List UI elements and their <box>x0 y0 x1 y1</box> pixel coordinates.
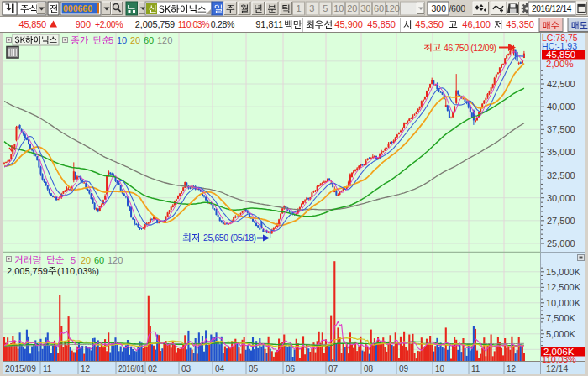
svg-text:45,350: 45,350 <box>415 19 444 29</box>
svg-text:32,500: 32,500 <box>547 170 575 180</box>
svg-text:12,500K: 12,500K <box>546 282 581 292</box>
svg-text:2016/12/14: 2016/12/14 <box>532 4 572 13</box>
svg-text:110.03%: 110.03% <box>178 19 209 29</box>
svg-text:30: 30 <box>360 3 370 13</box>
svg-text:35,000: 35,000 <box>547 147 575 157</box>
svg-text:46,100: 46,100 <box>462 19 491 29</box>
svg-text:60: 60 <box>374 3 384 13</box>
svg-text:2015/09: 2015/09 <box>5 364 36 373</box>
svg-text:5: 5 <box>71 255 76 265</box>
svg-text:5,000K: 5,000K <box>546 329 576 339</box>
svg-text:06: 06 <box>286 364 296 373</box>
svg-text:60: 60 <box>94 255 104 265</box>
svg-text:25,650 (05/18): 25,650 (05/18) <box>203 232 256 243</box>
svg-text:37,500: 37,500 <box>547 124 575 134</box>
svg-text:300: 300 <box>431 3 446 13</box>
svg-text:60: 60 <box>144 35 154 45</box>
svg-text:45,350: 45,350 <box>506 19 534 29</box>
svg-text:12: 12 <box>507 364 517 373</box>
svg-text:20: 20 <box>130 35 140 45</box>
svg-text:2,00%: 2,00% <box>546 59 574 69</box>
svg-text:30,000: 30,000 <box>547 193 575 203</box>
svg-text:02: 02 <box>148 364 158 373</box>
svg-text:07: 07 <box>328 364 339 373</box>
svg-text:7,500K: 7,500K <box>546 313 576 323</box>
svg-text:42,500: 42,500 <box>547 79 575 89</box>
svg-text:46,750 (12/09): 46,750 (12/09) <box>444 43 496 53</box>
svg-text:120: 120 <box>385 3 400 13</box>
svg-text:45,850: 45,850 <box>19 19 47 29</box>
svg-text:10: 10 <box>333 3 344 13</box>
svg-text:0.28%: 0.28% <box>211 19 234 29</box>
svg-text:20: 20 <box>347 3 357 13</box>
svg-text:(110,03%): (110,03%) <box>57 266 99 276</box>
svg-text:3: 3 <box>309 3 314 13</box>
svg-text:20: 20 <box>81 255 91 265</box>
svg-text:+2.00%: +2.00% <box>95 19 123 29</box>
svg-text:08: 08 <box>364 364 374 373</box>
svg-text:40,000: 40,000 <box>547 102 575 112</box>
svg-text:5: 5 <box>323 3 328 13</box>
svg-text:25,000: 25,000 <box>547 238 575 248</box>
svg-text:10: 10 <box>435 364 445 373</box>
svg-text:2,005,759: 2,005,759 <box>135 19 175 29</box>
svg-text:15,000K: 15,000K <box>546 267 581 277</box>
svg-text:45,900: 45,900 <box>334 19 363 29</box>
svg-text:11: 11 <box>471 364 480 373</box>
svg-text:04: 04 <box>215 364 225 373</box>
svg-text:5: 5 <box>108 35 113 45</box>
svg-text:900: 900 <box>76 19 91 29</box>
svg-text:45,850: 45,850 <box>367 19 396 29</box>
svg-text:10,000K: 10,000K <box>546 298 581 308</box>
svg-text:000660: 000660 <box>63 3 92 13</box>
svg-text:12: 12 <box>81 364 91 373</box>
svg-text:27,500: 27,500 <box>547 216 575 226</box>
svg-text:1: 1 <box>296 3 301 13</box>
svg-text:03: 03 <box>181 364 192 373</box>
svg-text:91,811: 91,811 <box>255 19 283 29</box>
svg-text:10: 10 <box>117 35 127 45</box>
svg-text:11: 11 <box>43 364 52 373</box>
svg-text:05: 05 <box>249 364 259 373</box>
svg-text:/600: /600 <box>449 3 466 13</box>
svg-text:2,005,759: 2,005,759 <box>7 266 48 276</box>
svg-text:12/14: 12/14 <box>546 363 568 373</box>
svg-text:120: 120 <box>157 35 172 45</box>
svg-text:120: 120 <box>108 255 123 265</box>
svg-text:09: 09 <box>399 364 409 373</box>
svg-text:2016/01: 2016/01 <box>118 364 144 373</box>
